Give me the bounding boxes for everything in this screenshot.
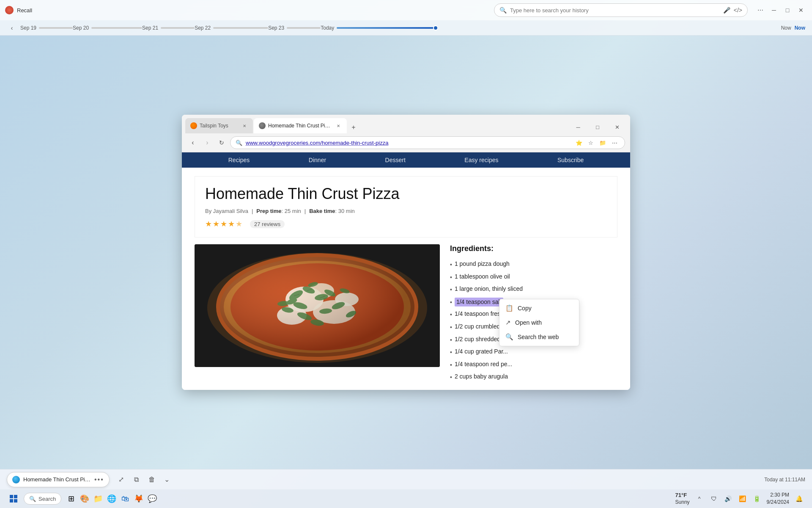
refresh-button[interactable]: ↻ <box>216 137 228 149</box>
ingredients-title: Ingredients: <box>450 244 617 253</box>
tab-pizza[interactable]: Homemade Thin Crust Pizza ✕ <box>254 118 347 133</box>
copy-screenshot-button[interactable]: ⧉ <box>130 473 143 486</box>
nav-easy-recipes[interactable]: Easy recipes <box>464 157 498 163</box>
tab-close-pizza[interactable]: ✕ <box>335 122 342 129</box>
forward-button[interactable]: › <box>201 137 213 149</box>
more-options-button[interactable]: ⋯ <box>754 4 766 16</box>
open-with-label: Open with <box>515 319 542 326</box>
search-icon-addr: 🔍 <box>236 140 242 146</box>
website-nav: Recipes Dinner Dessert Easy recipes Subs… <box>182 152 630 168</box>
timeline-back-button[interactable]: ‹ <box>7 23 17 33</box>
star-2: ★ <box>213 219 219 229</box>
delete-button[interactable]: 🗑 <box>145 473 159 486</box>
recall-taskbar: Homemade Thin Crust Pizza ••• ⤢ ⧉ 🗑 ⌄ To… <box>0 469 812 489</box>
tray-network[interactable]: 📶 <box>736 492 749 505</box>
main-content: Tailspin Toys ✕ Homemade Thin Crust Pizz… <box>0 36 812 469</box>
nav-dinner[interactable]: Dinner <box>309 157 326 163</box>
maximize-button[interactable]: □ <box>782 4 793 16</box>
app-icon-paint[interactable]: 🎨 <box>78 492 91 505</box>
browser-minimize-button[interactable]: ─ <box>568 121 588 133</box>
code-icon[interactable]: </> <box>734 7 742 14</box>
tray-volume[interactable]: 🔊 <box>722 492 735 505</box>
new-tab-button[interactable]: + <box>348 121 359 133</box>
tab-label-tailspin: Tailspin Toys <box>200 123 239 129</box>
svg-point-28 <box>220 257 414 357</box>
system-date: 9/24/2024 <box>767 499 789 506</box>
timeline-track-sep22[interactable] <box>213 27 268 29</box>
app-icon-teams[interactable]: 💬 <box>146 492 159 505</box>
bullet-8: • <box>450 348 452 357</box>
context-menu-open-with[interactable]: ↗ Open with <box>499 315 579 330</box>
nav-recipes[interactable]: Recipes <box>228 157 250 163</box>
open-with-icon: ↗ <box>505 319 511 326</box>
tray-chevron[interactable]: ^ <box>693 492 706 505</box>
star-rating: ★ ★ ★ ★ ★ <box>205 219 242 229</box>
context-menu-copy[interactable]: 📋 Copy <box>499 301 579 315</box>
timeline-track-today[interactable] <box>337 27 438 29</box>
timeline-now-button[interactable]: Now <box>795 25 805 31</box>
nav-subscribe[interactable]: Subscribe <box>557 157 584 163</box>
expand-button[interactable]: ⤢ <box>115 473 128 486</box>
timeline-date-sep21: Sep 21 <box>142 25 195 31</box>
timeline-track-sep21[interactable] <box>161 27 195 29</box>
copy-label: Copy <box>518 305 532 312</box>
bullet-6: • <box>450 323 452 332</box>
timeline-track-sep19[interactable] <box>39 27 73 29</box>
app-icon-folder[interactable]: 📁 <box>92 492 104 505</box>
taskbar-pill[interactable]: Homemade Thin Crust Pizza ••• <box>7 472 110 487</box>
sys-search-icon: 🔍 <box>29 496 36 502</box>
browser-maximize-button[interactable]: □ <box>588 121 607 133</box>
mic-icon[interactable]: 🎤 <box>723 7 730 14</box>
ingredient-text-4-highlighted: 1/4 teaspoon salt <box>455 298 503 307</box>
timeline-track-sep20[interactable] <box>91 27 142 29</box>
context-menu-search-web[interactable]: 🔍 Search the web <box>499 330 579 344</box>
browser-more-button[interactable]: ⋯ <box>609 138 620 148</box>
ingredient-3: • 1 large onion, thinly sliced <box>450 283 617 296</box>
tab-favicon-pizza <box>259 122 266 129</box>
reading-mode-button[interactable]: ⭐ <box>574 138 584 148</box>
back-button[interactable]: ‹ <box>187 137 199 149</box>
bullet-2: • <box>450 273 452 282</box>
windows-logo <box>10 495 17 502</box>
history-search-bar[interactable]: 🔍 🎤 </> <box>494 3 748 17</box>
tray-security[interactable]: 🛡 <box>708 492 720 505</box>
date-label-sep23: Sep 23 <box>268 25 284 31</box>
taskbar-left: Homemade Thin Crust Pizza ••• ⤢ ⧉ 🗑 ⌄ <box>7 472 761 487</box>
recall-app: Recall 🔍 🎤 </> ⋯ ─ □ ✕ ‹ Sep 19 Sep 20 <box>0 0 812 508</box>
minimize-button[interactable]: ─ <box>768 4 780 16</box>
favorites-button[interactable]: ☆ <box>586 138 596 148</box>
taskview-button[interactable]: ⊞ <box>65 492 77 505</box>
timeline-dates: Sep 19 Sep 20 Sep 21 Sep 22 Sep 23 Today <box>20 25 781 31</box>
weather-widget[interactable]: 71°F Sunny <box>675 492 690 505</box>
close-button[interactable]: ✕ <box>795 4 807 16</box>
system-search-button[interactable]: 🔍 Search <box>24 493 61 505</box>
tray-battery[interactable]: 🔋 <box>751 492 763 505</box>
system-taskbar: 🔍 Search ⊞ 🎨 📁 🌐 🛍 🦊 💬 71°F Sunny ^ 🛡 <box>0 489 812 508</box>
browser-address-bar: ‹ › ↻ 🔍 www.woodgrovegroceries.com/homem… <box>182 133 630 152</box>
collections-button[interactable]: 📁 <box>598 138 608 148</box>
nav-dessert[interactable]: Dessert <box>385 157 406 163</box>
sys-search-label: Search <box>38 496 56 502</box>
app-icon-browser2[interactable]: 🦊 <box>132 492 145 505</box>
timeline-track-sep23[interactable] <box>287 27 321 29</box>
tab-close-tailspin[interactable]: ✕ <box>241 122 248 129</box>
windows-start-button[interactable] <box>7 492 20 505</box>
browser-close-button[interactable]: ✕ <box>607 121 627 133</box>
system-clock[interactable]: 2:30 PM 9/24/2024 <box>767 491 789 506</box>
reviews-count[interactable]: 27 reviews <box>250 220 285 228</box>
history-search-input[interactable] <box>510 7 720 14</box>
taskbar-pill-icon <box>12 476 20 483</box>
ingredient-text-10: 2 cups baby arugula <box>455 373 508 381</box>
app-icon-store[interactable]: 🛍 <box>119 492 132 505</box>
address-field[interactable]: 🔍 www.woodgrovegroceries.com/homemade-th… <box>230 136 625 149</box>
tab-tailspin[interactable]: Tailspin Toys ✕ <box>185 118 253 133</box>
pizza-image <box>195 244 440 367</box>
timeline-navigation: ‹ <box>7 23 17 33</box>
app-icon-edge[interactable]: 🌐 <box>105 492 118 505</box>
system-time: 2:30 PM <box>767 491 789 499</box>
more-actions-button[interactable]: ⌄ <box>160 473 174 486</box>
address-url: www.woodgrovegroceries.com/homemade-thin… <box>246 140 571 146</box>
taskbar-pill-more[interactable]: ••• <box>94 476 104 483</box>
bullet-1: • <box>450 261 452 269</box>
notification-button[interactable]: 🔔 <box>793 492 805 505</box>
